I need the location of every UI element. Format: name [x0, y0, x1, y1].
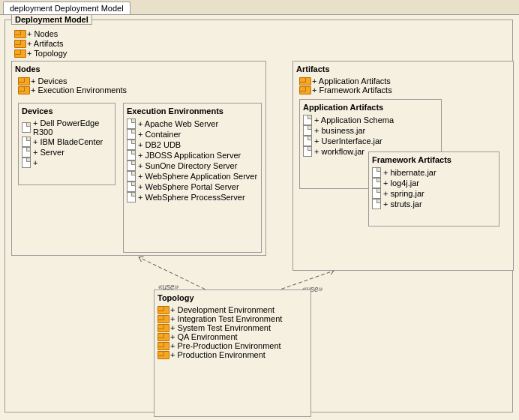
file-icon-0: [22, 122, 31, 133]
folder-icon-topo-2: [158, 324, 168, 332]
file-icon-1: [22, 136, 31, 147]
device-item-0: + Dell PowerEdge R300: [22, 118, 112, 136]
file-icon-fw-2: [372, 188, 381, 199]
nodes-subitem-exec: + Execution Environments: [18, 86, 262, 94]
file-icon-app-2: [303, 136, 312, 146]
art-sub-0: + Application Artifacts: [299, 76, 510, 86]
file-icon-exec-5: [127, 171, 136, 182]
nodes-subitems: + Devices + Execution Environments: [18, 76, 262, 94]
deployment-model-title: Deployment Model: [11, 14, 92, 25]
devices-title: Devices: [22, 106, 112, 116]
folder-icon-topo-3: [158, 333, 168, 341]
fw-artifacts-title: Framework Artifacts: [372, 155, 496, 164]
folder-icon-app-art: [299, 77, 310, 86]
file-icon-exec-6: [127, 182, 136, 192]
file-icon-app-1: [303, 125, 312, 136]
device-item-2: + Server: [22, 147, 112, 158]
deployment-model-box: Deployment Model + Nodes + Artifacts + T…: [4, 20, 513, 412]
folder-icon-artifacts: [14, 40, 25, 48]
file-icon-app-0: [303, 115, 312, 125]
exec-item-3: + JBOSS Application Server: [127, 150, 258, 160]
file-icon-exec-2: [127, 140, 136, 150]
app-art-item-2: + UserInterface.jar: [303, 136, 438, 146]
folder-icon-nodes: [14, 30, 25, 38]
tab-bar: deployment Deployment Model: [0, 0, 519, 15]
artifacts-box: Artifacts + Application Artifacts + Fram…: [292, 61, 514, 271]
device-item-1: + IBM BladeCenter: [22, 136, 112, 147]
device-item-3: +: [22, 158, 112, 168]
folder-icon-fw-art: [299, 86, 310, 94]
folder-icon-devices: [18, 77, 28, 86]
exec-item-5: + WebSphere Application Server: [127, 171, 258, 182]
exec-item-1: + Container: [127, 129, 258, 140]
topo-item-4: + Pre-Production Environment: [158, 341, 308, 350]
artifacts-title: Artifacts: [296, 64, 510, 74]
top-item-nodes: + Nodes: [14, 29, 506, 38]
exec-item-2: + DB2 UDB: [127, 140, 258, 150]
artifacts-subitems: + Application Artifacts + Framework Arti…: [299, 76, 510, 94]
exec-item-0: + Apache Web Server: [127, 118, 258, 129]
exec-item-6: + WebSphere Portal Server: [127, 182, 258, 192]
diagram-area: «use» «use» Nodes + Devices + Execution …: [11, 61, 514, 420]
topology-title: Topology: [158, 293, 308, 302]
top-items: + Nodes + Artifacts + Topology: [11, 29, 506, 58]
file-icon-app-3: [303, 146, 312, 157]
folder-icon-topo-5: [158, 351, 168, 359]
fw-artifacts-box: Framework Artifacts + hibernate.jar + lo…: [368, 152, 500, 226]
fw-art-item-1: + log4j.jar: [372, 178, 496, 188]
topo-item-5: + Production Environment: [158, 350, 308, 359]
art-sub-1: + Framework Artifacts: [299, 86, 510, 94]
folder-icon-topo-0: [158, 306, 168, 314]
devices-box: Devices + Dell PowerEdge R300 + IBM Blad…: [18, 103, 116, 185]
topology-box: Topology + Development Environment + Int…: [154, 290, 311, 417]
nodes-title: Nodes: [15, 64, 262, 74]
file-icon-3: [22, 158, 31, 168]
file-icon-fw-3: [372, 199, 381, 209]
exec-box: Execution Environments + Apache Web Serv…: [123, 103, 262, 253]
fw-art-item-2: + spring.jar: [372, 188, 496, 199]
app-art-item-0: + Application Schema: [303, 115, 438, 125]
top-item-topology: + Topology: [14, 49, 506, 58]
tab-deployment[interactable]: deployment Deployment Model: [3, 2, 130, 14]
file-icon-fw-1: [372, 178, 381, 188]
exec-item-7: + WebSphere ProcessServer: [127, 192, 258, 202]
nodes-subitem-devices: + Devices: [18, 76, 262, 86]
app-artifacts-title: Application Artifacts: [303, 103, 438, 112]
folder-icon-topology: [14, 50, 25, 58]
file-icon-exec-0: [127, 118, 136, 129]
topo-item-0: + Development Environment: [158, 305, 308, 314]
topo-item-1: + Integration Test Environment: [158, 314, 308, 323]
topo-item-3: + QA Environment: [158, 332, 308, 341]
file-icon-exec-3: [127, 150, 136, 160]
app-art-item-1: + business.jar: [303, 125, 438, 136]
folder-icon-exec: [18, 86, 28, 94]
topo-item-2: + System Test Environment: [158, 323, 308, 332]
file-icon-exec-1: [127, 129, 136, 140]
nodes-box: Nodes + Devices + Execution Environments…: [11, 61, 266, 256]
file-icon-exec-7: [127, 192, 136, 202]
fw-art-item-3: + struts.jar: [372, 199, 496, 209]
folder-icon-topo-1: [158, 315, 168, 323]
top-item-artifacts: + Artifacts: [14, 39, 506, 48]
file-icon-fw-0: [372, 167, 381, 178]
exec-title: Execution Environments: [127, 106, 258, 116]
exec-item-4: + SunOne Directory Server: [127, 160, 258, 171]
fw-art-item-0: + hibernate.jar: [372, 167, 496, 178]
file-icon-exec-4: [127, 160, 136, 171]
folder-icon-topo-4: [158, 342, 168, 350]
main-area: Deployment Model + Nodes + Artifacts + T…: [0, 15, 519, 418]
file-icon-2: [22, 147, 31, 158]
